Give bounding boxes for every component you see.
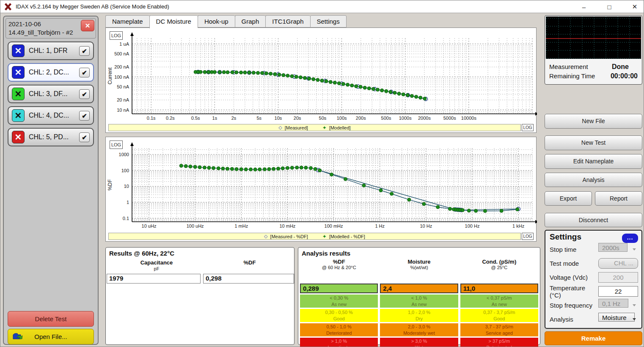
df-header: %DF [212, 259, 288, 266]
df-col-header: %DF [300, 259, 378, 265]
channel-row-5[interactable]: ✕ CHL: 5, PD... ✔ [8, 128, 94, 146]
channel-2-checkbox[interactable]: ✔ [79, 68, 90, 77]
channel-row-4[interactable]: ✕ CHL: 4, DC... ✔ [8, 106, 94, 125]
svg-text:1000s: 1000s [399, 116, 412, 121]
test-name: 14.49_till_Torbjörn - #2 [8, 28, 93, 37]
measurement-status: Done [612, 63, 629, 71]
current-vs-time-chart: LOG 0.1s0.2s0.5s1s2s5s10s20s50s100s200s5… [105, 28, 537, 133]
svg-text:10000s: 10000s [461, 116, 477, 121]
channel-row-3[interactable]: ✕ CHL: 3, DF... ✔ [8, 85, 94, 103]
delete-test-button[interactable]: Delete Test [8, 311, 94, 327]
open-file-icon [12, 332, 23, 341]
tab-dc-moisture[interactable]: DC Moisture [149, 15, 198, 28]
stop-frequency-select[interactable]: 0,1 Hz [598, 299, 628, 308]
remake-button[interactable]: Remake [545, 331, 642, 345]
measured-marker-icon: ◇ [278, 125, 282, 130]
svg-text:100 uHz: 100 uHz [187, 223, 204, 229]
analysis-results-panel: Analysis results %DF @ 60 Hz & 20°C 0,28… [298, 247, 540, 345]
channel-2-icon: ✕ [12, 66, 25, 79]
stop-time-select[interactable]: 2000s [598, 243, 627, 252]
df-chart-plot: 10 uHz100 uHz1 mHz10 mHz100 mHz1 Hz10 Hz… [106, 137, 537, 231]
svg-text:0.5s: 0.5s [191, 116, 200, 121]
temperature-input[interactable] [598, 286, 638, 297]
df-rating-investigate: > 1,0 %Investigate [300, 338, 378, 347]
chart2-legend: ◇ [Measured - %DF] ✦ [Modelled - %DF] [108, 233, 521, 240]
chart2-legend-log-button[interactable]: LOG [522, 233, 534, 240]
chart1-log-scale-button[interactable]: LOG [110, 31, 123, 40]
analysis-type-label: Analysis [550, 316, 598, 323]
chevron-down-icon [633, 304, 636, 306]
stop-frequency-label: Stop frequency [550, 302, 598, 309]
channel-3-checkbox[interactable]: ✔ [79, 89, 90, 99]
channel-row-2[interactable]: ✕ CHL: 2, DC... ✔ [8, 63, 94, 82]
tab-settings[interactable]: Settings [310, 15, 347, 28]
tab-graph[interactable]: Graph [235, 15, 266, 28]
cond-rating-as-new: < 0,37 pS/mAs new [460, 295, 538, 308]
svg-text:1 kHz: 1 kHz [512, 223, 524, 229]
new-test-button[interactable]: New Test [545, 135, 642, 150]
close-test-button[interactable]: ✕ [81, 20, 94, 31]
svg-text:20s: 20s [294, 116, 301, 121]
measurement-monitor: Measurement Done Remaining Time 00:00:00 [545, 15, 642, 85]
voltage-input[interactable] [598, 272, 638, 283]
svg-text:10s: 10s [275, 116, 282, 121]
svg-text:1s: 1s [212, 116, 217, 121]
channel-4-label: CHL: 4, DC... [25, 112, 79, 119]
svg-text:1 uA: 1 uA [119, 41, 129, 47]
analysis-column-df: %DF @ 60 Hz & 20°C 0,289 < 0,30 %As new … [300, 259, 378, 347]
svg-text:100s: 100s [337, 116, 347, 121]
capacitance-value: 1979 [107, 274, 201, 284]
svg-text:1 Hz: 1 Hz [375, 223, 385, 229]
channel-4-checkbox[interactable]: ✔ [79, 111, 90, 121]
svg-text:0.1s: 0.1s [147, 116, 156, 121]
chart2-log-scale-button[interactable]: LOG [110, 140, 123, 149]
svg-text:10 mHz: 10 mHz [279, 223, 295, 229]
chevron-down-icon [633, 248, 636, 251]
close-button[interactable]: ✕ [628, 3, 641, 11]
svg-text:500s: 500s [381, 116, 391, 121]
disconnect-button[interactable]: Disconnect [545, 213, 642, 227]
measurement-label: Measurement [549, 63, 612, 71]
cond-col-header: Cond. (pS/m) [460, 259, 538, 265]
test-sidebar: 2021-10-06 14.49_till_Torbjörn - #2 ✕ ✕ … [3, 16, 99, 345]
open-file-button[interactable]: Open File... [8, 329, 94, 344]
svg-text:5s: 5s [256, 116, 261, 121]
tab-bar: Nameplate DC Moisture Hook-up Graph ITC1… [105, 15, 347, 28]
cond-rating-service-aged: 3,7 - 37 pS/mService aged [460, 323, 538, 336]
svg-text:10 uHz: 10 uHz [142, 223, 157, 229]
channel-row-1[interactable]: ✕ CHL: 1, DFR ✔ [8, 41, 94, 60]
channel-3-label: CHL: 3, DF... [25, 90, 79, 98]
chart1-legend-measured: [Measured] [285, 125, 308, 130]
window-title: IDAX v5.2.164 by Megger Sweden AB (Servi… [16, 3, 169, 10]
tab-nameplate[interactable]: Nameplate [105, 15, 149, 28]
settings-more-button[interactable]: ... [622, 234, 638, 243]
svg-text:100: 100 [121, 168, 129, 173]
moisture-rating-dry: 1,0 - 2,0 %Dry [380, 309, 458, 322]
report-button[interactable]: Report [595, 191, 642, 206]
edit-nameplate-button[interactable]: Edit Nameplate [545, 154, 642, 169]
new-file-button[interactable]: New File [545, 114, 642, 129]
minimize-button[interactable]: – [578, 3, 590, 11]
svg-text:200s: 200s [356, 116, 366, 121]
channel-5-checkbox[interactable]: ✔ [79, 132, 90, 142]
analysis-button[interactable]: Analysis [545, 173, 642, 187]
channel-1-checkbox[interactable]: ✔ [79, 46, 90, 56]
maximize-button[interactable]: □ [603, 3, 616, 11]
svg-text:100 mHz: 100 mHz [325, 223, 343, 229]
channel-5-label: CHL: 5, PD... [25, 133, 79, 141]
chart1-legend-log-button[interactable]: LOG [522, 124, 534, 131]
df-col-sub: @ 60 Hz & 20°C [300, 265, 378, 270]
cond-analysis-value: 11,0 [460, 284, 538, 293]
tab-itc1graph[interactable]: ITC1Graph [265, 15, 310, 28]
tab-hook-up[interactable]: Hook-up [198, 15, 235, 28]
df-rating-deteriorated: 0,50 - 1,0 %Deteriorated [300, 323, 378, 336]
svg-text:2000s: 2000s [418, 116, 431, 121]
analysis-title: Analysis results [298, 248, 540, 257]
test-date: 2021-10-06 [8, 20, 93, 28]
test-mode-button[interactable]: CHL ... [598, 258, 638, 269]
voltage-label: Voltage (Vdc) [550, 274, 598, 281]
export-button[interactable]: Export [545, 191, 592, 206]
capacitance-header: Capacitance [118, 259, 195, 266]
analysis-type-select[interactable]: Moisture [598, 313, 635, 322]
df-rating-good: 0,30 - 0,50 %Good [300, 309, 378, 322]
